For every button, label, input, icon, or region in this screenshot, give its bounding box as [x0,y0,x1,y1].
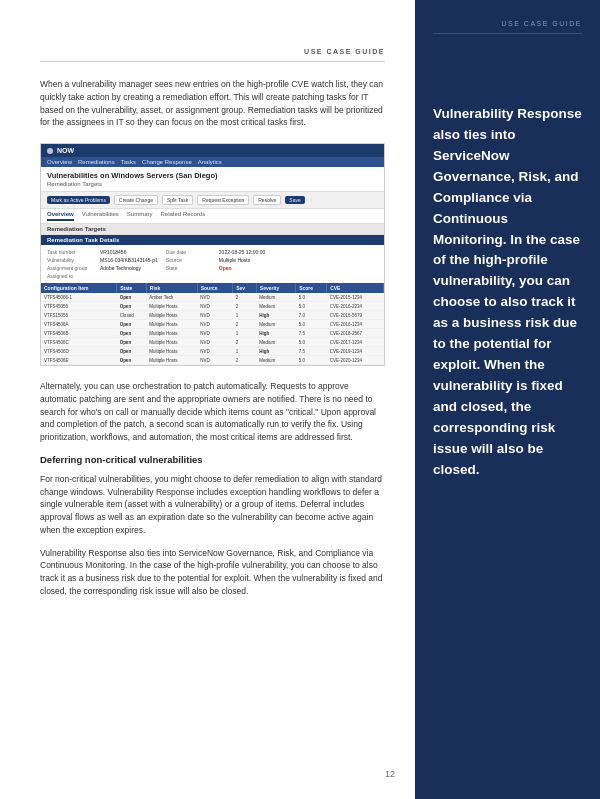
screenshot-tabs: Overview Vulnerabilities Summary Related… [41,209,384,224]
sidebar-use-case-label: USE CASE GUIDE [433,20,582,34]
cell-ci: VTFS4506C [41,338,117,347]
btn-resolve[interactable]: Resolve [253,195,281,205]
cell-state: Open [117,338,147,347]
cell-source: NVD [197,347,233,356]
task-label-source: Source [166,257,216,263]
tab-overview[interactable]: Overview [47,211,74,221]
btn-save[interactable]: Save [285,196,304,204]
cell-state: Open [117,320,147,329]
nav-remediations[interactable]: Remediations [78,159,115,165]
task-row-number: Task number VR1018456 [47,249,158,255]
table-row: VTFS15056 Closed Multiple Hosts NVD 1 Hi… [41,311,384,320]
table-row: VTFS4506B Open Multiple Hosts NVD 1 High… [41,329,384,338]
nav-analytics[interactable]: Analytics [198,159,222,165]
vuln-table: Configuration Item State Risk Source Sev… [41,283,384,365]
task-value-vuln: MS16-034/KB3143145-p1 [100,257,158,263]
cell-source: NVD [197,329,233,338]
use-case-guide-header: USE CASE GUIDE [40,40,385,62]
table-row: VTFS45066-1 Open Amber Tech NVD 2 Medium… [41,293,384,302]
cell-state: Open [117,302,147,311]
cell-ci: VTFS4506A [41,320,117,329]
screenshot-toolbar: Mark as Active Problems Create Change Sp… [41,192,384,209]
cell-severity: Medium [256,293,295,302]
cell-score: 5.0 [296,320,327,329]
task-row-state: State Open [166,265,265,271]
cell-sev-num: 2 [233,293,257,302]
screenshot-nav-bar: Overview Remediations Tasks Change Respo… [41,157,384,167]
cell-score: 5.0 [296,293,327,302]
right-sidebar: USE CASE GUIDE Vulnerability Response al… [415,0,600,799]
tab-vulnerabilities[interactable]: Vulnerabilities [82,211,119,221]
cell-risk: Multiple Hosts [146,356,197,365]
task-info: Task number VR1018456 Vulnerability MS16… [41,245,384,283]
btn-mark-active[interactable]: Mark as Active Problems [47,196,110,204]
tab-related-records[interactable]: Related Records [161,211,206,221]
col-severity: Severity [256,283,295,293]
cell-sev-num: 1 [233,329,257,338]
task-row-due: Due date 2022-08-25 12:00:00 [166,249,265,255]
section-label: Remediation Targets [41,224,384,235]
cell-ci: VTFS15056 [41,311,117,320]
cell-state: Closed [117,311,147,320]
intro-paragraph: When a vulnerability manager sees new en… [40,78,385,129]
col-source: Source [197,283,233,293]
cell-sev-num: 2 [233,356,257,365]
cell-ci: VTFS4506E [41,356,117,365]
second-paragraph: Alternately, you can use orchestration t… [40,380,385,444]
cell-sev-num: 1 [233,347,257,356]
task-label-state: State [166,265,216,271]
cell-sev-num: 2 [233,320,257,329]
cell-score: 5.0 [296,338,327,347]
col-score: Score [296,283,327,293]
cell-cve: CVE-2016-2234 [327,302,384,311]
task-value-source: Multiple Hosts [219,257,250,263]
task-label-due: Due date [166,249,216,255]
task-row-assigned: Assigned to [47,273,158,279]
tab-summary[interactable]: Summary [127,211,153,221]
app-title: NOW [57,147,74,154]
cell-severity: Medium [256,338,295,347]
deferring-para2: Vulnerability Response also ties into Se… [40,547,385,598]
cell-risk: Multiple Hosts [146,320,197,329]
nav-overview[interactable]: Overview [47,159,72,165]
cell-source: NVD [197,302,233,311]
cell-cve: CVE-2016-1234 [327,320,384,329]
col-sev-num: Sev [233,283,257,293]
cell-risk: Amber Tech [146,293,197,302]
deferring-para1: For non-critical vulnerabilities, you mi… [40,473,385,537]
task-row-vuln: Vulnerability MS16-034/KB3143145-p1 [47,257,158,263]
table-row: VTFS4506A Open Multiple Hosts NVD 2 Medi… [41,320,384,329]
cell-cve: CVE-2018-2567 [327,329,384,338]
cell-risk: Multiple Hosts [146,329,197,338]
cell-severity: Medium [256,320,295,329]
sidebar-highlight-text: Vulnerability Response also ties into Se… [433,104,582,481]
cell-cve: CVE-2020-1234 [327,356,384,365]
cell-cve: CVE-2015-1234 [327,293,384,302]
screenshot-title-bar: Vulnerabilities on Windows Servers (San … [41,167,384,192]
cell-score: 5.0 [296,302,327,311]
task-label-vuln: Vulnerability [47,257,97,263]
nav-tasks[interactable]: Tasks [121,159,136,165]
cell-severity: Medium [256,302,295,311]
page-number: 12 [385,769,395,779]
btn-create-change[interactable]: Create Change [114,195,158,205]
cell-source: NVD [197,356,233,365]
nav-change-response[interactable]: Change Response [142,159,192,165]
cell-score: 7.0 [296,311,327,320]
cell-cve: CVE-2017-1234 [327,338,384,347]
table-subtitle: Remediation Targets [47,181,378,187]
cell-risk: Multiple Hosts [146,302,197,311]
task-label-number: Task number [47,249,97,255]
btn-request-exception[interactable]: Request Exception [197,195,249,205]
cell-risk: Multiple Hosts [146,311,197,320]
header-dot [47,148,53,154]
cell-ci: VTFS45066-1 [41,293,117,302]
cell-sev-num: 2 [233,302,257,311]
cell-ci: VTFS45056 [41,302,117,311]
table-row: VTFS4506E Open Multiple Hosts NVD 2 Medi… [41,356,384,365]
col-state: State [117,283,147,293]
cell-source: NVD [197,293,233,302]
deferring-heading: Deferring non-critical vulnerabilities [40,454,385,465]
btn-split-task[interactable]: Split Task [162,195,193,205]
cell-sev-num: 1 [233,311,257,320]
